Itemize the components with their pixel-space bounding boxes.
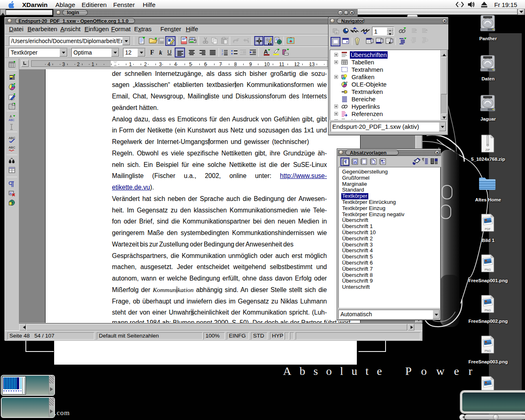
svg-text:k: k [159, 49, 162, 56]
svg-text:ABC: ABC [9, 119, 14, 121]
svg-text:PDF: PDF [485, 228, 491, 231]
svg-text:A: A [264, 49, 268, 55]
svg-text:PNG: PNG [484, 309, 491, 312]
svg-text:ABC: ABC [9, 146, 15, 149]
svg-text:F: F [150, 49, 154, 56]
svg-text:ZIP: ZIP [486, 148, 490, 151]
svg-text:U: U [167, 49, 171, 55]
svg-text:A: A [354, 160, 357, 164]
svg-text:2: 2 [221, 52, 223, 55]
svg-text:1: 1 [221, 49, 223, 52]
svg-text:PNG: PNG [484, 268, 491, 271]
svg-text:PNG: PNG [484, 349, 491, 352]
